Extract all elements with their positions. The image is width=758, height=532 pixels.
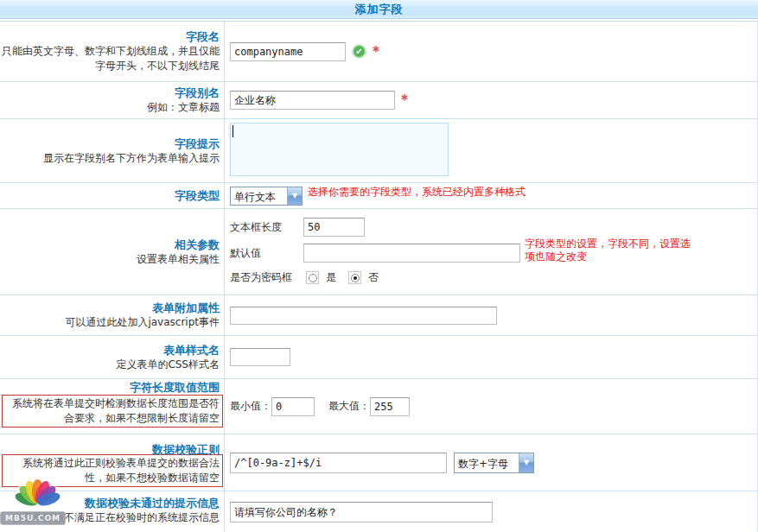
chevron-down-icon: ▼: [287, 187, 302, 205]
field-type-select-value: 单行文本: [231, 187, 281, 205]
password-box-label: 是否为密码框: [230, 270, 306, 285]
regex-input[interactable]: [230, 453, 447, 473]
form-class-label: 表单样式名: [163, 343, 220, 358]
row-field-name: 字段名 只能由英文字母、数字和下划线组成，并且仅能字母开头，不以下划线结尾 ✔ …: [0, 22, 757, 82]
row-field-type: 字段类型 单行文本 ▼ 选择你需要的字段类型，系统已经内置多种格式: [0, 183, 757, 209]
related-params-desc: 设置表单相关属性: [137, 252, 220, 267]
field-type-hint: 选择你需要的字段类型，系统已经内置多种格式: [308, 186, 526, 199]
related-params-hint: 字段类型的设置，字段不同，设置选项也随之改变: [525, 238, 697, 263]
field-tip-desc: 显示在字段别名下方作为表单输入提示: [43, 151, 220, 166]
row-related-params: 相关参数 设置表单相关属性 文本框长度 默认值 字段类型的设置，字段不同，设置选…: [0, 209, 757, 295]
max-value-input[interactable]: [370, 397, 410, 416]
error-msg-input[interactable]: [230, 502, 493, 522]
row-error-msg: 数据校验未通过的提示信息 当表单数据不满足正在校验时的系统提示信息: [0, 491, 757, 531]
required-asterisk: *: [401, 92, 408, 108]
row-length-range: 字符长度取值范围 系统将在表单提交时检测数据长度范围是否符合要求，如果不想限制长…: [0, 379, 757, 434]
form-class-desc: 定义表单的CSS样式名: [116, 358, 220, 372]
field-type-select[interactable]: 单行文本 ▼: [230, 187, 303, 206]
regex-desc: 系统将通过此正则校验表单提交的数据合法性，如果不想校验数据请留空: [22, 457, 220, 484]
password-yes-radio[interactable]: [306, 271, 319, 284]
form-attr-input[interactable]: [230, 307, 497, 325]
field-alias-input[interactable]: [230, 91, 395, 110]
error-msg-label: 数据校验未通过的提示信息: [85, 496, 220, 510]
watermark-text: MB5U.COM: [0, 511, 66, 525]
min-value-label: 最小值：: [230, 399, 271, 414]
check-circle-icon: ✔: [352, 44, 366, 59]
field-tip-textarea[interactable]: [230, 123, 449, 176]
textbox-length-label: 文本框长度: [230, 220, 303, 235]
row-field-alias: 字段别名 例如：文章标题 *: [0, 82, 757, 119]
add-field-page: 添加字段 字段名 只能由英文字母、数字和下划线组成，并且仅能字母开头，不以下划线…: [0, 0, 758, 532]
regex-label: 数据校验正则: [152, 442, 220, 457]
regex-preset-select[interactable]: 数字+字母 ▼: [454, 453, 534, 473]
chevron-down-icon: ▼: [519, 453, 533, 472]
password-yes-label: 是: [326, 270, 336, 285]
row-regex: 数据校验正则 系统将通过此正则校验表单提交的数据合法性，如果不想校验数据请留空 …: [0, 434, 757, 491]
field-tip-label: 字段提示: [175, 136, 220, 151]
field-type-label: 字段类型: [175, 188, 220, 203]
field-alias-label: 字段别名: [175, 86, 220, 100]
length-range-desc: 系统将在表单提交时检测数据长度范围是否符合要求，如果不想限制长度请留空: [12, 397, 220, 424]
length-range-label: 字符长度取值范围: [130, 380, 220, 395]
text-cursor: [232, 125, 233, 137]
regex-preset-value: 数字+字母: [455, 453, 513, 472]
row-form-attr: 表单附加属性 可以通过此处加入javascript事件: [0, 295, 757, 336]
field-name-label: 字段名: [186, 29, 220, 44]
form-attr-label: 表单附加属性: [152, 301, 220, 315]
max-value-label: 最大值：: [328, 399, 370, 414]
default-value-label: 默认值: [230, 246, 303, 261]
textbox-length-input[interactable]: [303, 218, 365, 237]
page-title: 添加字段: [355, 2, 404, 17]
field-name-desc: 只能由英文字母、数字和下划线组成，并且仅能字母开头，不以下划线结尾: [2, 44, 220, 73]
form-attr-desc: 可以通过此处加入javascript事件: [65, 315, 220, 330]
required-asterisk: *: [373, 44, 379, 60]
form-table: 字段名 只能由英文字母、数字和下划线组成，并且仅能字母开头，不以下划线结尾 ✔ …: [0, 22, 758, 531]
min-value-input[interactable]: [271, 397, 315, 416]
row-field-tip: 字段提示 显示在字段别名下方作为表单输入提示: [0, 119, 757, 183]
regex-desc-box: 系统将通过此正则校验表单提交的数据合法性，如果不想校验数据请留空: [2, 454, 223, 487]
form-class-input[interactable]: [230, 348, 290, 366]
field-name-input[interactable]: [230, 42, 346, 61]
related-params-label: 相关参数: [175, 238, 220, 252]
password-no-radio[interactable]: [348, 271, 361, 284]
password-no-label: 否: [368, 270, 379, 285]
length-range-desc-box: 系统将在表单提交时检测数据长度范围是否符合要求，如果不想限制长度请留空: [2, 395, 223, 428]
page-header: 添加字段: [0, 0, 758, 19]
default-value-input[interactable]: [303, 244, 520, 263]
field-alias-desc: 例如：文章标题: [147, 100, 220, 115]
row-form-class: 表单样式名 定义表单的CSS样式名: [0, 336, 757, 379]
